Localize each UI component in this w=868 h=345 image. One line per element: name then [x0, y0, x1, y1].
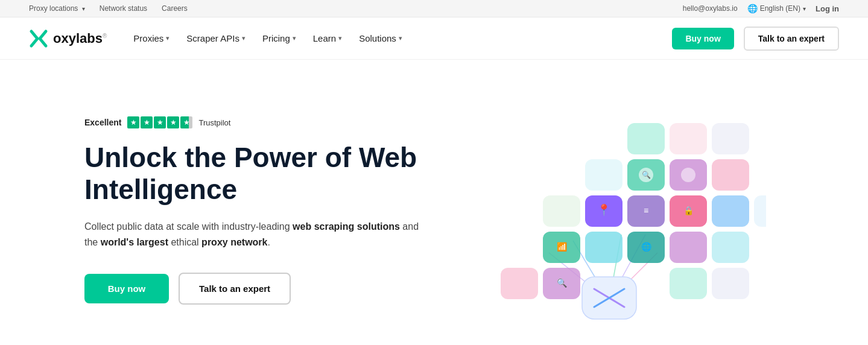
svg-rect-18	[543, 195, 580, 227]
trustpilot-excellent: Excellent	[84, 118, 121, 127]
svg-text:📍: 📍	[597, 203, 611, 217]
star-2: ★	[141, 116, 153, 128]
logo-wordmark: oxylabs	[53, 31, 103, 46]
hero-desc-end: .	[267, 237, 270, 247]
hero-title-line1: Unlock the Power of Web	[84, 142, 417, 173]
hero-desc-prefix: Collect public data at scale with indust…	[84, 221, 293, 232]
nav-proxies[interactable]: Proxies ▾	[126, 28, 177, 48]
hero-desc-bold3: proxy network	[201, 237, 267, 247]
svg-text:≡: ≡	[643, 206, 648, 215]
nav-scraper-apis-chevron: ▾	[242, 34, 246, 42]
svg-rect-10	[712, 123, 749, 154]
svg-rect-25	[712, 195, 749, 227]
svg-text:🌐: 🌐	[641, 242, 651, 252]
logo-sup: ®	[103, 32, 107, 39]
login-link[interactable]: Log in	[816, 4, 839, 13]
svg-rect-38	[712, 268, 749, 299]
hero-graphic: 🔍 📍 ≡ 🔒	[452, 96, 766, 325]
hero-buttons: Buy now Talk to an expert	[84, 273, 434, 305]
proxy-locations-chevron: ▾	[82, 5, 85, 12]
lang-chevron: ▾	[803, 5, 806, 12]
svg-rect-17	[712, 159, 749, 191]
nav-scraper-apis-label: Scraper APIs	[186, 33, 239, 43]
hero-desc-bold1: web scraping solutions	[293, 221, 400, 232]
nav-pricing[interactable]: Pricing ▾	[255, 28, 303, 48]
hero-illustration: 🔍 📍 ≡ 🔒	[434, 96, 784, 325]
login-label: Log in	[816, 4, 839, 13]
navbar-talk-expert-button[interactable]: Talk to an expert	[744, 27, 839, 51]
nav-solutions-chevron: ▾	[399, 34, 402, 42]
language-selector[interactable]: 🌐 English (EN) ▾	[747, 4, 806, 13]
hero-desc-suffix: ethical	[168, 237, 201, 247]
trustpilot-label: Trustpilot	[198, 118, 230, 127]
nav-proxies-label: Proxies	[133, 33, 163, 43]
navbar-left: oxylabs® Proxies ▾ Scraper APIs ▾ Pricin…	[29, 28, 410, 48]
logo-text: oxylabs®	[53, 31, 107, 46]
trustpilot-rating: Excellent ★ ★ ★ ★ ★ Trustpilot	[84, 116, 434, 128]
svg-rect-11	[585, 159, 622, 191]
translate-icon: 🌐	[747, 4, 758, 13]
nav-scraper-apis[interactable]: Scraper APIs ▾	[179, 28, 253, 48]
navbar: oxylabs® Proxies ▾ Scraper APIs ▾ Pricin…	[0, 17, 868, 60]
logo-icon	[29, 29, 48, 48]
careers-label: Careers	[162, 4, 188, 13]
svg-text:🔒: 🔒	[683, 206, 694, 216]
topbar-left: Proxy locations ▾ Network status Careers	[29, 4, 188, 13]
network-status-label: Network status	[100, 4, 147, 13]
trustpilot-stars: ★ ★ ★ ★ ★	[127, 116, 192, 128]
nav-proxies-chevron: ▾	[166, 34, 169, 42]
star-5-half: ★	[180, 116, 192, 128]
nav-learn-chevron: ▾	[338, 34, 342, 42]
language-label: English (EN)	[760, 4, 800, 13]
hero-section: Excellent ★ ★ ★ ★ ★ Trustpilot Unlock th…	[0, 60, 868, 345]
logo[interactable]: oxylabs®	[29, 29, 107, 48]
proxy-locations-link[interactable]: Proxy locations ▾	[29, 4, 85, 13]
svg-rect-32	[670, 232, 707, 263]
navbar-buy-now-button[interactable]: Buy now	[672, 28, 733, 49]
hero-talk-expert-button[interactable]: Talk to an expert	[179, 273, 291, 305]
svg-text:📶: 📶	[556, 242, 567, 252]
careers-link[interactable]: Careers	[162, 4, 188, 13]
nav-solutions-label: Solutions	[359, 33, 396, 43]
svg-rect-34	[501, 268, 538, 299]
svg-rect-33	[712, 232, 749, 263]
hero-description: Collect public data at scale with indust…	[84, 219, 434, 251]
proxy-locations-label: Proxy locations	[29, 4, 78, 13]
svg-rect-29	[585, 232, 622, 263]
svg-rect-37	[670, 268, 707, 299]
hero-title: Unlock the Power of Web Intelligence	[84, 142, 434, 206]
nav-items: Proxies ▾ Scraper APIs ▾ Pricing ▾ Learn…	[126, 28, 410, 48]
hero-title-line2: Intelligence	[84, 174, 237, 205]
star-3: ★	[154, 116, 166, 128]
svg-point-16	[681, 168, 695, 182]
nav-learn[interactable]: Learn ▾	[306, 28, 349, 48]
network-status-link[interactable]: Network status	[100, 4, 147, 13]
nav-learn-label: Learn	[313, 33, 336, 43]
hero-buy-now-button[interactable]: Buy now	[84, 274, 169, 303]
hero-desc-bold2: world's largest	[101, 237, 168, 247]
star-1: ★	[127, 116, 139, 128]
svg-text:🔍: 🔍	[641, 170, 650, 179]
email-link[interactable]: hello@oxylabs.io	[683, 4, 738, 13]
navbar-right: Buy now Talk to an expert	[672, 27, 839, 51]
topbar: Proxy locations ▾ Network status Careers…	[0, 0, 868, 17]
nav-solutions[interactable]: Solutions ▾	[352, 28, 410, 48]
topbar-right: hello@oxylabs.io 🌐 English (EN) ▾ Log in	[683, 4, 839, 13]
nav-pricing-label: Pricing	[262, 33, 290, 43]
svg-rect-8	[627, 123, 665, 154]
svg-rect-26	[754, 195, 766, 227]
hero-content: Excellent ★ ★ ★ ★ ★ Trustpilot Unlock th…	[84, 116, 434, 305]
star-4: ★	[167, 116, 179, 128]
nav-pricing-chevron: ▾	[293, 34, 296, 42]
svg-rect-9	[670, 123, 707, 154]
svg-text:🔍: 🔍	[556, 278, 567, 288]
